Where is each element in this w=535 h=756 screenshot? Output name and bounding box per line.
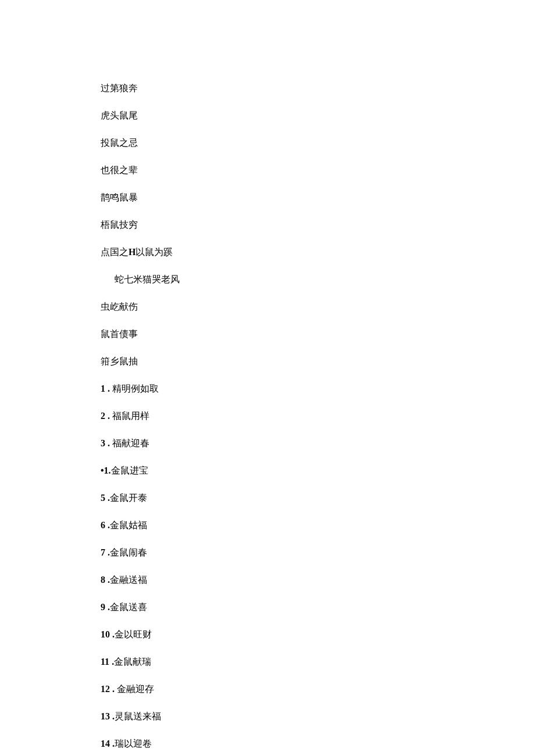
list-number: 9	[101, 602, 105, 612]
list-text: 福献迎春	[112, 438, 149, 448]
text-suffix: 以鼠为蹊	[135, 247, 173, 257]
list-item: 9 .金鼠送喜	[101, 600, 535, 614]
list-separator: .	[105, 547, 110, 557]
list-item: 3 . 福献迎春	[101, 436, 535, 450]
list-number: 8	[101, 575, 105, 585]
list-separator: .	[105, 575, 110, 585]
text-line: 虫屹献伤	[101, 300, 535, 314]
list-separator: .	[105, 384, 110, 393]
text-line: 点国之H以鼠为蹊	[101, 245, 535, 259]
list-text: 灵鼠送来福	[115, 711, 161, 721]
list-item: 12 . 金融迎存	[101, 682, 535, 696]
list-number: 1	[101, 384, 105, 393]
list-item: •1.金鼠进宝	[101, 464, 535, 478]
list-text: 金鼠闹春	[110, 547, 147, 557]
text-line: 梧鼠技穷	[101, 218, 535, 232]
list-separator: .	[105, 438, 110, 448]
list-text: 瑞以迎卷	[115, 739, 152, 748]
text-line: 投鼠之忌	[101, 136, 535, 150]
text-line: 虎头鼠尾	[101, 109, 535, 123]
list-item: 14 .瑞以迎卷	[101, 737, 535, 751]
list-separator: .	[105, 602, 110, 612]
text-line: 蛇七米猫哭老风	[101, 273, 535, 286]
list-text: 金鼠献瑞	[114, 657, 151, 667]
list-text: 金鼠进宝	[111, 465, 148, 475]
list-number: 7	[101, 547, 105, 557]
list-number: 11	[101, 657, 109, 667]
document-content: 过第狼奔 虎头鼠尾 投鼠之忌 也很之辈 鹊鸣鼠暴 梧鼠技穷 点国之H以鼠为蹊 蛇…	[101, 81, 535, 751]
list-separator: .	[105, 520, 110, 530]
list-number: 2	[101, 411, 105, 421]
list-text: 金融迎存	[117, 684, 154, 694]
list-number: 12	[101, 684, 110, 694]
list-number: 14	[101, 739, 110, 748]
list-item: 6 .金鼠姑福	[101, 518, 535, 532]
list-item: 11 .金鼠献瑞	[101, 655, 535, 669]
list-separator: .	[109, 657, 114, 667]
list-item: 1 . 精明例如取	[101, 382, 535, 396]
list-number: 3	[101, 438, 105, 448]
list-text: 福鼠用样	[112, 411, 149, 421]
list-item: 13 .灵鼠送来福	[101, 710, 535, 723]
list-item: 2 . 福鼠用样	[101, 409, 535, 423]
list-separator: .	[110, 739, 115, 748]
list-number: 5	[101, 493, 105, 503]
list-number: 10	[101, 629, 110, 639]
list-item: 5 .金鼠开泰	[101, 491, 535, 505]
list-text: 金鼠开泰	[110, 493, 147, 503]
bold-char: H	[129, 247, 135, 257]
list-number: 6	[101, 520, 105, 530]
list-separator: .	[110, 684, 115, 694]
list-item: 10 .金以旺财	[101, 628, 535, 642]
list-number: 13	[101, 711, 110, 721]
text-prefix: 点国之	[101, 247, 129, 257]
text-line: 箝乡鼠抽	[101, 354, 535, 368]
text-line: 过第狼奔	[101, 81, 535, 95]
list-text: 金鼠姑福	[110, 520, 147, 530]
list-separator: .	[105, 493, 110, 503]
list-separator: .	[105, 411, 110, 421]
list-item: 7 .金鼠闹春	[101, 546, 535, 560]
list-text: 金鼠送喜	[110, 602, 147, 612]
text-line: 鹊鸣鼠暴	[101, 191, 535, 205]
text-line: 也很之辈	[101, 163, 535, 177]
list-text: 金融送福	[110, 575, 147, 585]
text-line: 鼠首债事	[101, 327, 535, 341]
list-text: 精明例如取	[112, 384, 159, 393]
list-separator: .	[110, 711, 115, 721]
list-separator: .	[110, 629, 115, 639]
list-text: 金以旺财	[115, 629, 152, 639]
list-number: •1.	[101, 465, 111, 475]
list-item: 8 .金融送福	[101, 573, 535, 587]
